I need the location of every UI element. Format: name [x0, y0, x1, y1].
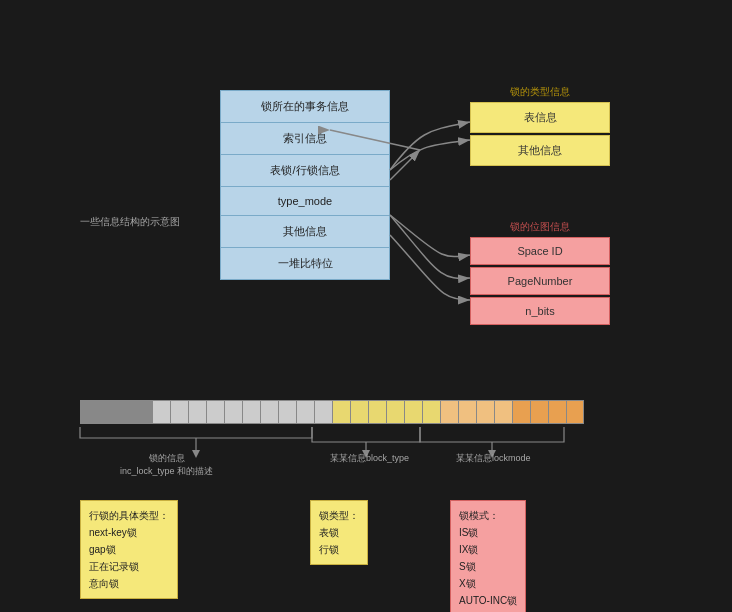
red-box-0: Space ID	[470, 237, 610, 265]
bottom-note-1-line3: gap锁	[89, 541, 169, 558]
main-box-row-1: 索引信息	[221, 123, 389, 155]
bottom-note-2-line2: 表锁	[319, 524, 359, 541]
bottom-note-2-line1: 锁类型：	[319, 507, 359, 524]
top-section: 一些信息结构的示意图 锁所在的事务信息 索引信息 表锁/行锁信息 type_mo…	[80, 30, 700, 370]
bottom-note-3: 锁模式： IS锁 IX锁 S锁 X锁 AUTO-INC锁	[450, 500, 526, 612]
bracket-label-1-top: 锁的信息	[120, 452, 213, 465]
bracket-label-2-text: 某某信息block_type	[330, 452, 409, 465]
main-box-row-0: 锁所在的事务信息	[221, 91, 389, 123]
bracket-label-1-sub: inc_lock_type 和的描述	[120, 465, 213, 478]
bottom-note-1-line5: 意向锁	[89, 575, 169, 592]
bottom-note-3-line3: IX锁	[459, 541, 517, 558]
bottom-note-3-line2: IS锁	[459, 524, 517, 541]
yellow-box-0: 表信息	[470, 102, 610, 133]
yellow-box-group: 锁的类型信息 表信息 其他信息	[470, 85, 610, 168]
bottom-note-3-line5: X锁	[459, 575, 517, 592]
yellow-section-title: 锁的类型信息	[470, 85, 610, 99]
main-box: 锁所在的事务信息 索引信息 表锁/行锁信息 type_mode 其他信息 一堆比…	[220, 90, 390, 280]
left-label: 一些信息结构的示意图	[80, 215, 180, 229]
red-box-group: 锁的位图信息 Space ID PageNumber n_bits	[470, 220, 610, 327]
bottom-note-3-line6: AUTO-INC锁	[459, 592, 517, 609]
bottom-note-1-line1: 行锁的具体类型：	[89, 507, 169, 524]
main-box-row-3: type_mode	[221, 187, 389, 216]
svg-line-3	[390, 150, 420, 180]
red-section-title: 锁的位图信息	[470, 220, 610, 234]
red-box-2: n_bits	[470, 297, 610, 325]
bottom-note-1: 行锁的具体类型： next-key锁 gap锁 正在记录锁 意向锁	[80, 500, 178, 599]
bottom-note-1-line2: next-key锁	[89, 524, 169, 541]
diagram-container: 一些信息结构的示意图 锁所在的事务信息 索引信息 表锁/行锁信息 type_mo…	[0, 0, 732, 612]
bottom-note-3-line1: 锁模式：	[459, 507, 517, 524]
yellow-box-1: 其他信息	[470, 135, 610, 166]
bottom-note-3-line4: S锁	[459, 558, 517, 575]
bracket-label-2: 某某信息block_type	[330, 452, 409, 465]
main-box-row-5: 一堆比特位	[221, 248, 389, 279]
red-box-1: PageNumber	[470, 267, 610, 295]
bottom-note-2-line3: 行锁	[319, 541, 359, 558]
bracket-label-3-text: 某某信息lockmode	[456, 452, 531, 465]
main-box-row-2: 表锁/行锁信息	[221, 155, 389, 187]
bottom-note-2: 锁类型： 表锁 行锁	[310, 500, 368, 565]
bracket-label-1: 锁的信息 inc_lock_type 和的描述	[120, 452, 213, 478]
bracket-label-3: 某某信息lockmode	[456, 452, 531, 465]
main-box-row-4: 其他信息	[221, 216, 389, 248]
bottom-note-1-line4: 正在记录锁	[89, 558, 169, 575]
bottom-section: 锁的信息 inc_lock_type 和的描述 某某信息block_type 某…	[60, 390, 700, 600]
